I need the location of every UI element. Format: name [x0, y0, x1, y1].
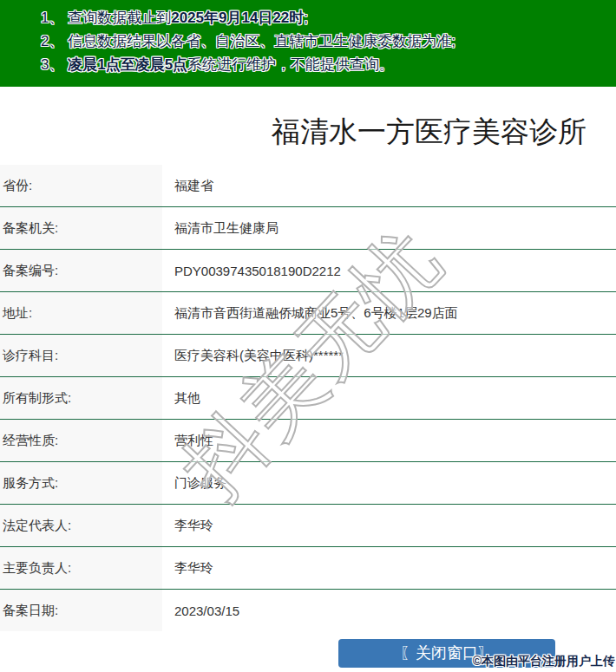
page-title: 福清水一方医疗美容诊所 [0, 87, 616, 148]
notice-list: 1、 查询数据截止到2025年9月14日22时;2、 信息数据结果以各省、自治区… [0, 6, 616, 76]
row-label: 经营性质: [0, 420, 162, 462]
row-label: 地址: [0, 292, 162, 335]
close-window-button[interactable]: 〖关闭窗口〗 [338, 639, 555, 668]
record-table-body: 省份:福建省备案机关:福清市卫生健康局备案编号:PDY0039743501819… [0, 165, 616, 631]
row-value: 福清市卫生健康局 [162, 207, 616, 250]
row-value: 2023/03/15 [162, 590, 616, 632]
row-value: 李华玲 [162, 547, 616, 590]
row-label: 主要负责人: [0, 547, 162, 590]
record-table: 省份:福建省备案机关:福清市卫生健康局备案编号:PDY0039743501819… [0, 165, 616, 631]
row-value: PDY00397435018190D2212 [162, 250, 616, 292]
row-label: 备案日期: [0, 590, 162, 632]
row-label: 所有制形式: [0, 377, 162, 420]
row-value: 医疗美容科(美容中医科)****** [162, 335, 616, 377]
row-label: 备案编号: [0, 250, 162, 292]
row-label: 省份: [0, 165, 162, 207]
row-value: 门诊服务 [162, 462, 616, 505]
row-label: 诊疗科目: [0, 335, 162, 377]
notice-item: 3、 凌晨1点至凌晨5点系统进行维护，不能提供查询。 [41, 53, 616, 76]
table-row: 服务方式:门诊服务 [0, 462, 616, 505]
table-row: 备案日期:2023/03/15 [0, 590, 616, 632]
notice-item: 2、 信息数据结果以各省、自治区、直辖市卫生健康委数据为准; [41, 29, 616, 53]
row-label: 备案机关: [0, 207, 162, 250]
row-label: 服务方式: [0, 462, 162, 505]
table-row: 备案编号:PDY00397435018190D2212 [0, 250, 616, 292]
notice-item: 1、 查询数据截止到2025年9月14日22时; [41, 6, 616, 29]
row-value: 福建省 [162, 165, 616, 207]
table-row: 省份:福建省 [0, 165, 616, 207]
row-value: 其他 [162, 377, 616, 420]
table-row: 诊疗科目:医疗美容科(美容中医科)****** [0, 335, 616, 377]
row-value: 李华玲 [162, 505, 616, 547]
table-row: 所有制形式:其他 [0, 377, 616, 420]
table-row: 法定代表人:李华玲 [0, 505, 616, 547]
row-label: 法定代表人: [0, 505, 162, 547]
notice-banner: 1、 查询数据截止到2025年9月14日22时;2、 信息数据结果以各省、自治区… [0, 0, 616, 87]
row-value: 福清市音西街道融侨城商业5号、6号楼1层29店面 [162, 292, 616, 335]
table-row: 主要负责人:李华玲 [0, 547, 616, 590]
table-row: 地址:福清市音西街道融侨城商业5号、6号楼1层29店面 [0, 292, 616, 335]
row-value: 营利性 [162, 420, 616, 462]
table-row: 经营性质:营利性 [0, 420, 616, 462]
table-row: 备案机关:福清市卫生健康局 [0, 207, 616, 250]
